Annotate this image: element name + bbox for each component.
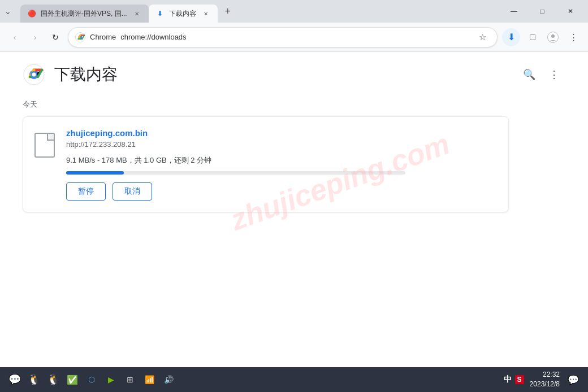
url-text: chrome://downloads: [120, 33, 470, 41]
download-filename[interactable]: zhujiceping.com.bin: [66, 128, 497, 138]
back-button[interactable]: ‹: [7, 29, 23, 45]
window-controls: — □ ✕: [496, 0, 588, 23]
page-title-group: 下载内容: [23, 63, 118, 86]
maximize-button[interactable]: □: [529, 2, 555, 20]
wps-icon[interactable]: S: [515, 375, 524, 384]
reload-button[interactable]: ↻: [47, 29, 63, 45]
tab-inactive[interactable]: 🔴 国外主机测评-国外VPS, 国... ✕: [20, 5, 149, 23]
system-tray: 中 S: [504, 374, 524, 385]
page-chrome-logo: [23, 63, 45, 86]
progress-bar-fill: [66, 171, 124, 175]
svg-point-7: [32, 73, 36, 77]
taskbar: 💬 🐧 🐧 ✅ ⬡ ▶ ⊞ 📶 🔊 中 S 22:32 2023/12/8 💬: [0, 367, 588, 392]
new-tab-button[interactable]: +: [220, 3, 236, 19]
progress-bar-container: [66, 171, 405, 175]
taskbar-network-icon[interactable]: 📶: [141, 372, 157, 387]
tab1-favicon: 🔴: [27, 9, 36, 18]
url-bar[interactable]: Chrome chrome://downloads ☆: [68, 27, 498, 47]
profile-button[interactable]: [545, 29, 561, 45]
bookmark-button[interactable]: ☆: [474, 29, 490, 45]
close-button[interactable]: ✕: [557, 2, 583, 20]
tab2-favicon: ⬇: [155, 9, 165, 18]
download-indicator-button[interactable]: ⬇: [502, 28, 520, 46]
cancel-button[interactable]: 取消: [113, 182, 152, 201]
tab1-label: 国外主机测评-国外VPS, 国...: [41, 9, 127, 19]
address-bar: ‹ › ↻ Chrome chrome://downloads ☆ ⬇ □ ⋮: [0, 23, 588, 52]
input-method-icon[interactable]: 中: [504, 374, 512, 385]
taskbar-wechat-icon[interactable]: 💬: [7, 372, 23, 387]
clock-time: 22:32: [530, 370, 560, 380]
chrome-menu-button[interactable]: ⋮: [565, 29, 581, 45]
search-button[interactable]: 🔍: [518, 63, 541, 86]
main-content: 下载内容 🔍 ⋮ zhujiceping.com 今天 zhujiceping.…: [0, 52, 588, 367]
tab-active[interactable]: ⬇ 下载内容 ✕: [149, 5, 218, 23]
page-title: 下载内容: [54, 64, 118, 85]
clock-date: 2023/12/8: [530, 380, 560, 389]
taskbar-nvidia-icon[interactable]: ▶: [103, 372, 119, 387]
tab2-label: 下载内容: [169, 9, 196, 19]
title-bar: ⌄ 🔴 国外主机测评-国外VPS, 国... ✕ ⬇ 下载内容 ✕ + — □ …: [0, 0, 588, 23]
minimize-button[interactable]: —: [501, 2, 527, 20]
page-header: 下载内容 🔍 ⋮: [23, 63, 565, 86]
system-clock[interactable]: 22:32 2023/12/8: [528, 370, 562, 389]
tab1-close[interactable]: ✕: [132, 8, 142, 19]
taskbar-multi-icon[interactable]: ⊞: [122, 372, 138, 387]
taskbar-check-icon[interactable]: ✅: [64, 372, 80, 387]
file-icon-wrap: [34, 133, 55, 158]
download-item: zhujiceping.com.bin http://172.233.208.2…: [23, 116, 509, 212]
section-today: 今天: [23, 99, 565, 110]
url-brand-label: Chrome: [90, 33, 116, 41]
tab2-close[interactable]: ✕: [201, 8, 211, 19]
download-actions: 暂停 取消: [66, 182, 497, 201]
file-icon: [34, 133, 55, 158]
taskbar-qq2-icon[interactable]: 🐧: [45, 372, 61, 387]
extension-button[interactable]: □: [525, 29, 541, 45]
download-status: 9.1 MB/s - 178 MB，共 1.0 GB，还剩 2 分钟: [66, 155, 497, 165]
chrome-menu-btn[interactable]: ⌄: [0, 0, 16, 23]
more-actions-button[interactable]: ⋮: [543, 63, 565, 86]
svg-point-3: [551, 34, 555, 38]
download-info: zhujiceping.com.bin http://172.233.208.2…: [66, 128, 497, 201]
forward-button[interactable]: ›: [27, 29, 43, 45]
notification-button[interactable]: 💬: [565, 372, 581, 387]
taskbar-bluetooth-icon[interactable]: ⬡: [84, 372, 100, 387]
pause-button[interactable]: 暂停: [66, 182, 106, 201]
header-actions: 🔍 ⋮: [518, 63, 565, 86]
download-url: http://172.233.208.21: [66, 140, 497, 149]
tab-bar: 🔴 国外主机测评-国外VPS, 国... ✕ ⬇ 下载内容 ✕ +: [16, 0, 496, 23]
taskbar-volume-icon[interactable]: 🔊: [161, 372, 176, 387]
chrome-logo-icon: [75, 32, 85, 42]
taskbar-qq-icon[interactable]: 🐧: [26, 372, 42, 387]
